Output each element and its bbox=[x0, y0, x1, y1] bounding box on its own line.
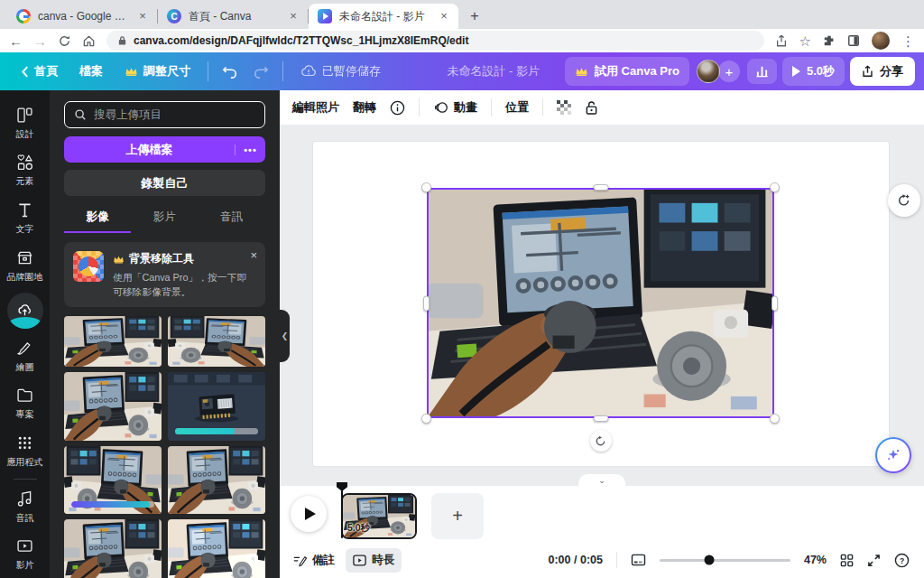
upload-thumbnail[interactable] bbox=[168, 519, 265, 578]
timeline: 5.0秒 + bbox=[280, 486, 924, 542]
design-title[interactable]: 未命名設計 - 影片 bbox=[447, 63, 540, 79]
resize-handle-nw[interactable] bbox=[421, 182, 431, 192]
toolbar-divider bbox=[542, 98, 543, 117]
magic-assistant-button[interactable] bbox=[875, 437, 911, 473]
rotate-handle[interactable] bbox=[590, 430, 612, 452]
uploads-search-input[interactable] bbox=[94, 108, 255, 121]
user-avatar[interactable] bbox=[697, 60, 720, 83]
sidebar-item-text[interactable]: 文字 bbox=[0, 194, 50, 242]
extensions-icon[interactable] bbox=[823, 34, 836, 47]
tab-search-icon[interactable] bbox=[847, 34, 860, 47]
timeline-play-button[interactable] bbox=[291, 496, 327, 532]
redo-button[interactable] bbox=[248, 59, 273, 84]
upload-thumbnail[interactable] bbox=[64, 316, 162, 367]
fullscreen-icon[interactable] bbox=[867, 554, 881, 567]
invite-plus-button[interactable]: + bbox=[718, 61, 740, 82]
sidebar-item-projects[interactable]: 專案 bbox=[0, 379, 50, 427]
canva-favicon-icon: C bbox=[167, 9, 181, 23]
promo-close-icon[interactable]: × bbox=[250, 248, 257, 262]
upload-thumbnail[interactable] bbox=[64, 372, 162, 441]
resize-handle-s[interactable] bbox=[593, 415, 608, 422]
app-window: canva - Google 搜尋 × C 首頁 - Canva × 未命名設計… bbox=[0, 0, 924, 578]
upload-thumbnail[interactable] bbox=[64, 519, 162, 578]
animate-button[interactable]: 動畫 bbox=[433, 99, 477, 116]
timeline-collapse-button[interactable]: ⌄ bbox=[578, 474, 625, 486]
tab-images[interactable]: 影像 bbox=[64, 201, 131, 233]
bg-remover-promo-card[interactable]: 背景移除工具 使用「Canva Pro」，按一下即可移除影像背景。 × bbox=[64, 242, 265, 307]
sidebar-item-design[interactable]: 設計 bbox=[0, 99, 50, 147]
resize-handle-ne[interactable] bbox=[770, 182, 780, 192]
upload-thumbnail-uploading[interactable] bbox=[168, 372, 265, 441]
upload-thumbnail[interactable] bbox=[168, 316, 265, 367]
rotate-icon bbox=[595, 435, 606, 447]
sidebar-item-draw[interactable]: 繪圖 bbox=[0, 332, 50, 380]
timeline-clip[interactable]: 5.0秒 bbox=[341, 493, 417, 539]
help-icon[interactable]: ? bbox=[894, 553, 910, 568]
position-button[interactable]: 位置 bbox=[505, 99, 529, 116]
home-button[interactable]: 首頁 bbox=[13, 58, 66, 85]
new-tab-button[interactable]: + bbox=[464, 5, 485, 27]
resize-handle-w[interactable] bbox=[423, 295, 430, 311]
sidebar-item-brand-hub[interactable]: 品牌園地 bbox=[0, 242, 50, 290]
tab-close-icon[interactable]: × bbox=[286, 9, 300, 23]
add-clip-button[interactable]: + bbox=[431, 493, 484, 539]
sidebar-item-audio[interactable]: 音訊 bbox=[0, 483, 50, 531]
share-page-icon[interactable] bbox=[775, 34, 788, 48]
placed-photo[interactable] bbox=[427, 188, 774, 418]
upload-thumbnail[interactable] bbox=[168, 446, 265, 514]
upload-thumbnail-uploading[interactable] bbox=[64, 446, 162, 514]
uploads-search[interactable] bbox=[64, 101, 265, 128]
upload-files-button[interactable]: 上傳檔案 ••• bbox=[64, 136, 265, 163]
uploads-grid bbox=[64, 316, 265, 578]
record-yourself-button[interactable]: 錄製自己 bbox=[64, 170, 265, 196]
browser-tab-google-search[interactable]: canva - Google 搜尋 × bbox=[7, 4, 157, 29]
chrome-menu-icon[interactable]: ⋮ bbox=[901, 34, 915, 48]
back-icon[interactable]: ← bbox=[9, 34, 23, 48]
resize-handle-e[interactable] bbox=[772, 295, 778, 311]
browser-profile-avatar[interactable] bbox=[872, 32, 890, 50]
transparency-icon[interactable] bbox=[557, 100, 571, 115]
grid-view-icon[interactable] bbox=[840, 554, 854, 567]
notes-button[interactable]: 備註 bbox=[292, 553, 335, 568]
info-icon[interactable] bbox=[390, 100, 405, 116]
resize-handle-n[interactable] bbox=[593, 184, 608, 191]
pages-view-icon[interactable] bbox=[631, 554, 646, 566]
tab-videos[interactable]: 影片 bbox=[131, 201, 198, 233]
duration-button[interactable]: 時長 bbox=[346, 548, 402, 573]
try-pro-button[interactable]: 試用 Canva Pro bbox=[565, 57, 689, 86]
zoom-slider-knob[interactable] bbox=[705, 555, 715, 565]
tab-close-icon[interactable]: × bbox=[135, 9, 150, 23]
sidebar-item-apps[interactable]: 應用程式 bbox=[0, 427, 50, 475]
bookmark-star-icon[interactable]: ☆ bbox=[799, 34, 811, 48]
selected-image-element[interactable] bbox=[427, 188, 774, 418]
resize-button[interactable]: 調整尺寸 bbox=[116, 58, 199, 85]
preview-play-button[interactable]: 5.0秒 bbox=[782, 57, 845, 86]
reload-icon[interactable] bbox=[58, 34, 71, 48]
url-input[interactable]: canva.com/design/DAFqjlfwldc/T2TTQWsc_1H… bbox=[106, 31, 764, 51]
home-icon[interactable] bbox=[82, 34, 96, 48]
edit-photo-button[interactable]: 編輯照片 bbox=[292, 99, 339, 116]
undo-button[interactable] bbox=[217, 59, 243, 84]
uploads-panel: 上傳檔案 ••• 錄製自己 影像 影片 音訊 背景移除工具 使用「Canva P… bbox=[50, 90, 280, 578]
zoom-slider[interactable] bbox=[660, 559, 790, 562]
resize-handle-sw[interactable] bbox=[421, 414, 431, 424]
browser-tab-design-active[interactable]: 未命名設計 - 影片 × bbox=[309, 4, 458, 29]
browser-tab-canva-home[interactable]: C 首頁 - Canva × bbox=[158, 4, 308, 29]
file-menu-button[interactable]: 檔案 bbox=[71, 58, 111, 85]
sidebar-item-elements[interactable]: 元素 bbox=[0, 147, 50, 195]
panel-collapse-button[interactable]: ❮ bbox=[280, 310, 290, 362]
lock-toggle-icon[interactable] bbox=[585, 100, 598, 116]
share-upload-icon bbox=[862, 65, 873, 78]
add-page-button[interactable] bbox=[888, 184, 920, 217]
canvas-workspace[interactable]: ⌄ bbox=[280, 125, 924, 486]
share-button[interactable]: 分享 bbox=[850, 57, 915, 86]
forward-icon[interactable]: → bbox=[33, 34, 47, 48]
flip-button[interactable]: 翻轉 bbox=[353, 99, 376, 116]
upload-more-options-button[interactable]: ••• bbox=[235, 144, 265, 155]
sidebar-item-videos[interactable]: 影片 bbox=[0, 530, 50, 578]
tab-audio[interactable]: 音訊 bbox=[199, 201, 265, 233]
insights-button[interactable] bbox=[747, 59, 777, 84]
sidebar-item-uploads-active[interactable] bbox=[0, 290, 50, 332]
tab-close-icon[interactable]: × bbox=[437, 9, 451, 23]
resize-handle-se[interactable] bbox=[770, 414, 780, 424]
